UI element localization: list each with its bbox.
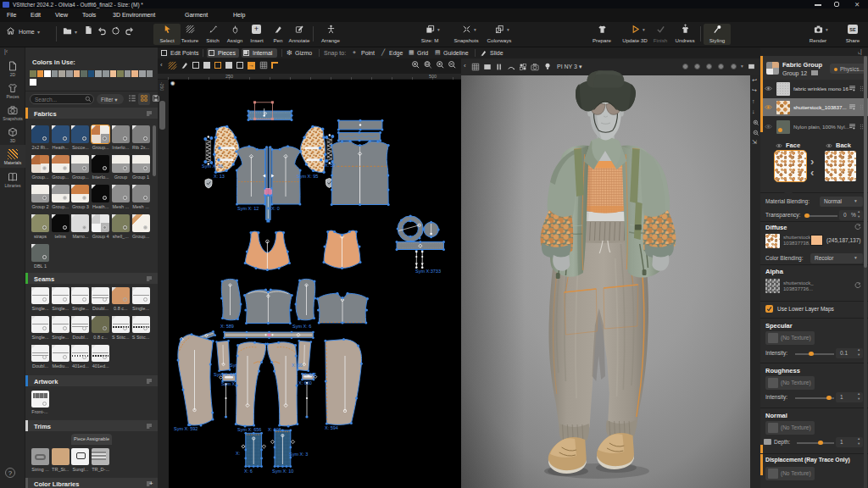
svg-text:Sym X: 3: Sym X: 3 [289,452,308,457]
svg-text:Sym X: 95: Sym X: 95 [297,174,318,179]
svg-text:Sym X: 592: Sym X: 592 [174,426,198,431]
svg-text:X: 60: X: 60 [292,363,303,368]
svg-text:X: 58: X: 58 [325,163,336,168]
svg-text:X: 630: X: 630 [298,380,312,385]
svg-text:Sym X: 6: Sym X: 6 [292,324,311,329]
svg-text:X: 611: X: 611 [303,372,317,377]
svg-text:X: 594: X: 594 [325,425,338,430]
svg-text:Sym X: 10: Sym X: 10 [272,469,293,474]
svg-text:X: 6: X: 6 [244,469,253,474]
svg-text:Sym X: 12: Sym X: 12 [237,206,259,211]
svg-text:✺: ✺ [170,80,175,86]
svg-text:Sym X: 656: Sym X: 656 [237,427,261,432]
svg-text:Sym X: 56: Sym X: 56 [202,164,223,169]
svg-text:X: 0: X: 0 [271,206,280,211]
svg-text:X: 13: X: 13 [214,174,225,179]
svg-text:X:: X: [236,451,241,456]
svg-text:Sym X:3733: Sym X:3733 [415,269,441,274]
svg-text:Sym X: 61: Sym X: 61 [214,372,235,377]
svg-text:X: 589: X: 589 [220,324,234,329]
